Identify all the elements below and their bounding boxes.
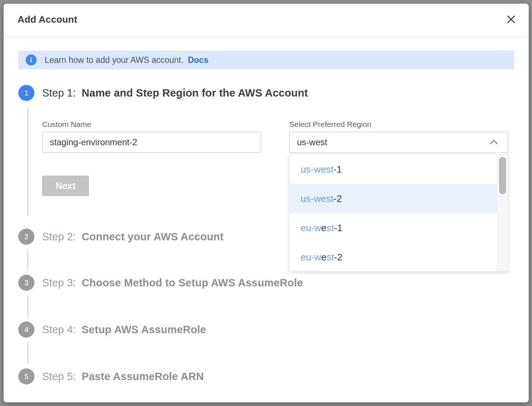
step-number: 3 [24,279,28,287]
dropdown-scrollbar-track[interactable] [497,155,508,271]
region-option-text: us-west [301,193,334,204]
step-label: Step 1: [42,87,76,99]
step-connector-3 [27,295,28,317]
custom-name-label: Custom Name [42,120,91,129]
region-option-text: -2 [334,252,342,263]
step-badge-5: 5 [18,368,34,384]
step-head-5: Step 5:Paste AssumeRole ARN [42,371,204,383]
region-combobox[interactable] [289,132,508,153]
close-button[interactable] [505,13,518,26]
step-connector-4 [27,342,28,364]
step-badge-1: 1 [18,85,34,101]
step-label: Step 5: [42,371,76,382]
region-option-text: e [321,222,326,233]
region-option-text: e [321,252,326,263]
step-badge-4: 4 [18,322,34,338]
step-badge-2: 2 [18,229,34,245]
step-connector-1 [27,107,28,215]
custom-name-input[interactable] [42,132,261,153]
step-number: 5 [24,372,28,381]
region-label: Select Preferred Region [289,120,371,129]
dropdown-scrollbar-thumb[interactable] [499,157,506,194]
step-number: 1 [24,89,28,97]
step-number: 2 [24,233,28,241]
step-head-4: Step 4:Setup AWS AssumeRole [42,324,206,336]
region-option-text: -1 [334,222,342,233]
step-connector-2 [27,249,28,270]
region-option-text: us-west [301,164,334,175]
region-option-text: -1 [334,164,342,175]
info-icon: i [26,54,37,65]
step-label: Step 2: [42,231,76,243]
step-title: Connect your AWS Account [82,231,224,243]
modal-title: Add Account [18,14,77,25]
step-head-2: Step 2:Connect your AWS Account [42,231,224,243]
modal-header: Add Account [4,4,529,37]
docs-link[interactable]: Docs [188,55,208,65]
region-option[interactable]: eu-west-2 [290,243,508,272]
step-label: Step 3: [42,277,76,289]
step-title: Choose Method to Setup AWS AssumeRole [82,277,303,289]
region-option-text: st [327,222,334,233]
step-title: Paste AssumeRole ARN [82,371,204,382]
step-title: Name and Step Region for the AWS Account [82,87,308,99]
step-title: Setup AWS AssumeRole [82,324,206,335]
next-button[interactable]: Next [42,176,89,196]
step-badge-3: 3 [18,275,34,291]
region-input[interactable] [289,132,508,153]
region-option-text: st [327,252,334,263]
close-icon [506,14,516,26]
step-head-3: Step 3:Choose Method to Setup AWS Assume… [42,277,303,289]
region-option[interactable]: eu-west-1 [290,213,508,243]
region-dropdown: us-west-1 us-west-2 eu-west-1 eu-west-2 [289,154,508,271]
step-label: Step 4: [42,324,76,335]
region-option-text: eu-w [301,222,321,233]
region-option[interactable]: us-west-2 [290,184,508,213]
step-head-1: Step 1:Name and Step Region for the AWS … [42,87,308,99]
region-option-text: eu-w [301,252,321,263]
info-banner: i Learn how to add your AWS account. Doc… [18,50,514,69]
region-option[interactable]: us-west-1 [290,155,508,184]
region-option-text: -2 [334,193,342,204]
add-account-modal: Add Account i Learn how to add your AWS … [4,4,529,402]
banner-text: Learn how to add your AWS account. [45,55,183,65]
step-number: 4 [24,326,28,334]
